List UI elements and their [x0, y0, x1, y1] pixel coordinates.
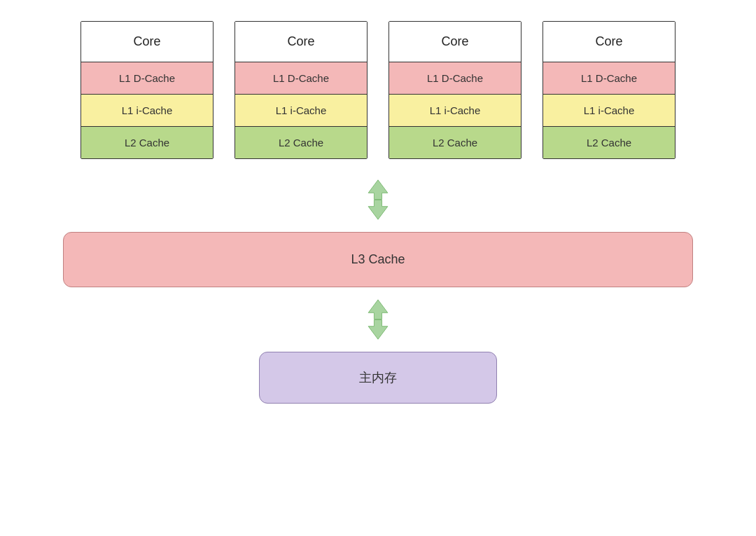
core-block-2: Core L1 D-Cache L1 i-Cache L2 Cache — [234, 21, 368, 159]
cores-row: Core L1 D-Cache L1 i-Cache L2 Cache Core… — [80, 21, 676, 159]
l2-cache-2: L2 Cache — [235, 127, 367, 158]
main-memory-block: 主内存 — [259, 352, 497, 404]
core-label-4: Core — [543, 22, 675, 62]
svg-marker-3 — [368, 319, 388, 339]
core-block-1: Core L1 D-Cache L1 i-Cache L2 Cache — [80, 21, 214, 159]
svg-marker-1 — [368, 200, 388, 219]
l1d-cache-1: L1 D-Cache — [81, 62, 213, 95]
svg-marker-2 — [368, 300, 388, 319]
l1i-cache-3: L1 i-Cache — [389, 95, 521, 127]
l3-cache-block: L3 Cache — [63, 232, 693, 287]
l2-cache-4: L2 Cache — [543, 127, 675, 158]
svg-marker-0 — [368, 180, 388, 200]
l1i-cache-4: L1 i-Cache — [543, 95, 675, 127]
l1i-cache-1: L1 i-Cache — [81, 95, 213, 127]
l2-cache-3: L2 Cache — [389, 127, 521, 158]
arrow-l3-to-memory — [360, 298, 396, 341]
arrow-cores-to-l3 — [360, 179, 396, 221]
l1i-cache-2: L1 i-Cache — [235, 95, 367, 127]
core-block-4: Core L1 D-Cache L1 i-Cache L2 Cache — [542, 21, 676, 159]
double-arrow-icon-1 — [360, 179, 396, 221]
double-arrow-icon-2 — [360, 298, 396, 341]
l1d-cache-4: L1 D-Cache — [543, 62, 675, 95]
l1d-cache-3: L1 D-Cache — [389, 62, 521, 95]
core-label-2: Core — [235, 22, 367, 62]
core-label-3: Core — [389, 22, 521, 62]
l1d-cache-2: L1 D-Cache — [235, 62, 367, 95]
core-label-1: Core — [81, 22, 213, 62]
l2-cache-1: L2 Cache — [81, 127, 213, 158]
core-block-3: Core L1 D-Cache L1 i-Cache L2 Cache — [388, 21, 522, 159]
